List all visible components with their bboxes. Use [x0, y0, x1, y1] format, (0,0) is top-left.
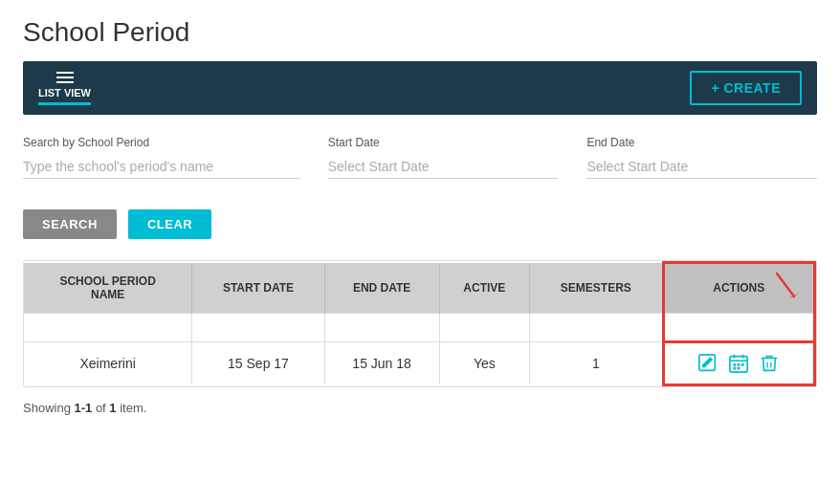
end-date-input[interactable] [586, 155, 817, 179]
start-date-input[interactable] [328, 155, 559, 179]
showing-footer: Showing 1-1 of 1 item. [23, 401, 817, 415]
search-label: Search by School Period [23, 136, 299, 149]
create-button[interactable]: + CREATE [690, 71, 802, 105]
page-wrapper: School Period LIST VIEW + CREATE Search … [0, 0, 840, 434]
showing-prefix: Showing [23, 401, 74, 415]
col-header-semesters: SEMESTERS [530, 263, 664, 314]
list-view-icon [56, 72, 74, 83]
cell-start-date: 15 Sep 17 [192, 341, 324, 384]
list-view-label: LIST VIEW [38, 87, 91, 99]
cell-semesters: 1 [530, 341, 664, 384]
clear-button[interactable]: CLEAR [128, 209, 211, 239]
trash-icon[interactable] [759, 353, 780, 374]
table-row-empty [24, 313, 815, 341]
page-title: School Period [23, 17, 817, 48]
showing-suffix: item. [117, 401, 147, 415]
svg-rect-8 [738, 363, 741, 366]
search-input[interactable] [23, 155, 299, 179]
edit-icon[interactable] [697, 353, 718, 374]
col-header-start-date: START DATE [192, 263, 324, 314]
cell-actions [663, 341, 814, 384]
actions-container [674, 353, 804, 374]
cell-end-date: 15 Jun 18 [324, 341, 439, 384]
end-date-label: End Date [586, 136, 817, 149]
col-header-name: SCHOOL PERIODNAME [24, 263, 192, 314]
search-button[interactable]: SEARCH [23, 209, 117, 239]
red-arrow-icon [769, 270, 804, 304]
start-date-label: Start Date [328, 136, 559, 149]
cell-active: Yes [439, 341, 529, 384]
svg-line-0 [777, 274, 794, 296]
toolbar: LIST VIEW + CREATE [23, 61, 817, 115]
table-header: SCHOOL PERIODNAME START DATE END DATE AC… [24, 263, 815, 314]
calendar-icon[interactable] [728, 353, 749, 374]
table-body: Xeimerini 15 Sep 17 15 Jun 18 Yes 1 [24, 313, 815, 384]
showing-total: 1 [109, 401, 116, 415]
table-wrapper: SCHOOL PERIODNAME START DATE END DATE AC… [23, 260, 817, 387]
list-view-button[interactable]: LIST VIEW [38, 72, 91, 105]
svg-rect-7 [734, 363, 737, 366]
table-row: Xeimerini 15 Sep 17 15 Jun 18 Yes 1 [24, 341, 815, 384]
button-row: SEARCH CLEAR [23, 209, 817, 239]
showing-range: 1-1 [74, 401, 92, 415]
cell-name: Xeimerini [24, 341, 192, 384]
start-date-filter-group: Start Date [328, 136, 559, 179]
filter-area: Search by School Period Start Date End D… [23, 136, 817, 188]
search-filter-group: Search by School Period [23, 136, 299, 179]
svg-rect-11 [738, 366, 741, 369]
col-header-end-date: END DATE [324, 263, 439, 314]
end-date-filter-group: End Date [586, 136, 817, 179]
svg-rect-9 [741, 363, 744, 366]
col-header-active: ACTIVE [439, 263, 529, 314]
school-period-table: SCHOOL PERIODNAME START DATE END DATE AC… [24, 261, 816, 386]
svg-rect-10 [734, 366, 737, 369]
col-header-actions: ACTIONS [663, 263, 814, 314]
showing-of: of [92, 401, 109, 415]
